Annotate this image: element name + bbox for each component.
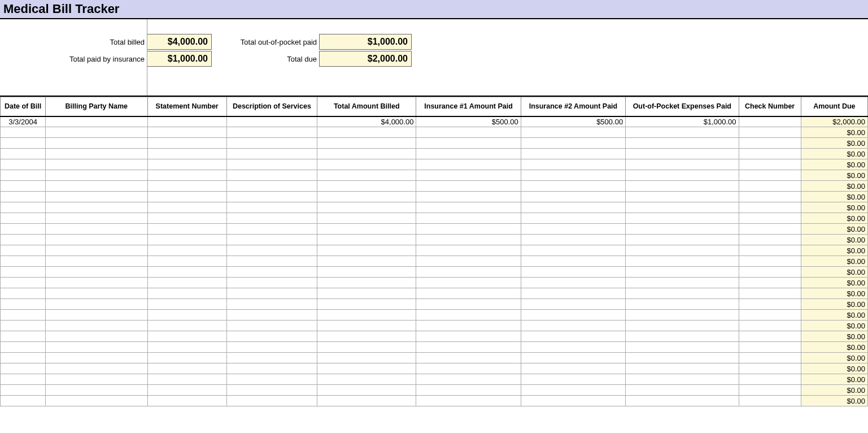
cell-party[interactable]: [46, 181, 147, 192]
cell-billed[interactable]: [317, 374, 416, 385]
cell-date[interactable]: [1, 159, 46, 170]
cell-date[interactable]: [1, 256, 46, 267]
cell-billed[interactable]: [317, 331, 416, 342]
cell-date[interactable]: [1, 310, 46, 321]
cell-oop[interactable]: [626, 213, 739, 224]
cell-due[interactable]: $0.00: [801, 170, 867, 181]
cell-ins1[interactable]: [416, 202, 521, 213]
cell-description[interactable]: [226, 278, 317, 288]
cell-description[interactable]: [226, 267, 317, 278]
cell-ins1[interactable]: [416, 245, 521, 256]
header-oop[interactable]: Out-of-Pocket Expenses Paid: [626, 97, 739, 116]
cell-ins1[interactable]: [416, 353, 521, 363]
total-billed-value[interactable]: $4,000.00: [147, 34, 212, 50]
header-date[interactable]: Date of Bill: [1, 97, 46, 116]
cell-oop[interactable]: [626, 342, 739, 353]
cell-check[interactable]: [739, 310, 801, 321]
cell-billed[interactable]: [317, 138, 416, 149]
cell-date[interactable]: [1, 127, 46, 138]
cell-due[interactable]: $0.00: [801, 127, 867, 138]
cell-billed[interactable]: [317, 321, 416, 331]
cell-due[interactable]: $0.00: [801, 192, 867, 202]
cell-check[interactable]: [739, 170, 801, 181]
header-party[interactable]: Billing Party Name: [46, 97, 147, 116]
cell-oop[interactable]: [626, 299, 739, 310]
cell-date[interactable]: [1, 385, 46, 396]
cell-date[interactable]: [1, 342, 46, 353]
cell-oop[interactable]: [626, 170, 739, 181]
cell-check[interactable]: [739, 267, 801, 278]
cell-oop[interactable]: [626, 256, 739, 267]
cell-description[interactable]: [226, 202, 317, 213]
cell-date[interactable]: [1, 181, 46, 192]
cell-check[interactable]: [739, 192, 801, 202]
cell-date[interactable]: [1, 321, 46, 331]
cell-party[interactable]: [46, 235, 147, 245]
cell-check[interactable]: [739, 116, 801, 127]
cell-ins2[interactable]: [521, 138, 625, 149]
cell-check[interactable]: [739, 331, 801, 342]
cell-ins1[interactable]: [416, 288, 521, 299]
cell-statement[interactable]: [147, 224, 226, 235]
cell-ins1[interactable]: [416, 149, 521, 159]
cell-description[interactable]: [226, 331, 317, 342]
cell-ins1[interactable]: [416, 256, 521, 267]
cell-billed[interactable]: [317, 363, 416, 374]
cell-billed[interactable]: [317, 396, 416, 406]
cell-ins2[interactable]: [521, 299, 625, 310]
cell-party[interactable]: [46, 245, 147, 256]
cell-description[interactable]: [226, 224, 317, 235]
cell-date[interactable]: [1, 170, 46, 181]
cell-ins1[interactable]: [416, 267, 521, 278]
cell-due[interactable]: $0.00: [801, 245, 867, 256]
cell-statement[interactable]: [147, 170, 226, 181]
header-ins2[interactable]: Insurance #2 Amount Paid: [521, 97, 625, 116]
cell-ins1[interactable]: [416, 385, 521, 396]
cell-statement[interactable]: [147, 353, 226, 363]
cell-date[interactable]: [1, 267, 46, 278]
cell-ins2[interactable]: [521, 127, 625, 138]
cell-party[interactable]: [46, 278, 147, 288]
cell-ins1[interactable]: [416, 363, 521, 374]
cell-statement[interactable]: [147, 278, 226, 288]
cell-check[interactable]: [739, 396, 801, 406]
cell-statement[interactable]: [147, 192, 226, 202]
cell-statement[interactable]: [147, 127, 226, 138]
cell-check[interactable]: [739, 278, 801, 288]
cell-due[interactable]: $0.00: [801, 363, 867, 374]
header-check[interactable]: Check Number: [739, 97, 801, 116]
cell-oop[interactable]: [626, 267, 739, 278]
cell-description[interactable]: [226, 245, 317, 256]
cell-date[interactable]: [1, 374, 46, 385]
cell-statement[interactable]: [147, 245, 226, 256]
cell-statement[interactable]: [147, 374, 226, 385]
cell-oop[interactable]: [626, 331, 739, 342]
cell-ins2[interactable]: [521, 245, 625, 256]
cell-party[interactable]: [46, 299, 147, 310]
cell-due[interactable]: $0.00: [801, 374, 867, 385]
cell-description[interactable]: [226, 342, 317, 353]
cell-description[interactable]: [226, 288, 317, 299]
cell-party[interactable]: [46, 288, 147, 299]
cell-statement[interactable]: [147, 299, 226, 310]
cell-description[interactable]: [226, 116, 317, 127]
cell-due[interactable]: $0.00: [801, 396, 867, 406]
cell-billed[interactable]: [317, 170, 416, 181]
cell-ins1[interactable]: [416, 181, 521, 192]
cell-statement[interactable]: [147, 331, 226, 342]
cell-party[interactable]: [46, 321, 147, 331]
cell-due[interactable]: $0.00: [801, 181, 867, 192]
cell-check[interactable]: [739, 245, 801, 256]
cell-oop[interactable]: [626, 138, 739, 149]
cell-check[interactable]: [739, 213, 801, 224]
cell-ins1[interactable]: [416, 127, 521, 138]
cell-due[interactable]: $0.00: [801, 138, 867, 149]
header-ins1[interactable]: Insurance #1 Amount Paid: [416, 97, 521, 116]
cell-due[interactable]: $0.00: [801, 331, 867, 342]
cell-oop[interactable]: [626, 159, 739, 170]
cell-description[interactable]: [226, 181, 317, 192]
cell-statement[interactable]: [147, 116, 226, 127]
cell-ins1[interactable]: [416, 396, 521, 406]
cell-statement[interactable]: [147, 235, 226, 245]
cell-date[interactable]: [1, 278, 46, 288]
